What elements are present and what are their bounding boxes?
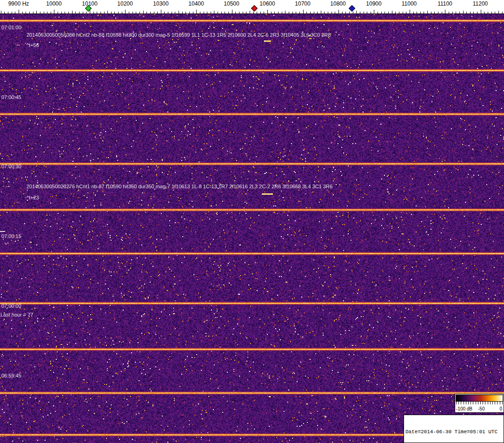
ruler-tick <box>299 12 300 13</box>
ruler-tick <box>349 12 350 13</box>
ruler-tick <box>342 12 343 13</box>
ruler-tick <box>207 12 207 13</box>
ruler-tick <box>19 10 19 13</box>
ruler-tick <box>54 10 54 13</box>
ruler-tick <box>353 12 353 13</box>
ruler-tick <box>225 12 225 13</box>
freq-label: 10500 <box>224 0 239 7</box>
ruler-tick <box>452 12 453 13</box>
ruler-tick <box>296 12 296 13</box>
ruler-tick <box>75 12 76 13</box>
ruler-tick <box>271 12 272 13</box>
ruler-tick <box>338 10 339 13</box>
info-date-line: Date=2014-06-30 Time=05:01 UTC <box>405 429 502 435</box>
ruler-tick <box>58 12 58 13</box>
ruler-tick <box>72 11 73 13</box>
ruler-tick <box>172 12 172 13</box>
freq-label: 11000 <box>402 0 417 7</box>
ruler-tick <box>495 12 495 13</box>
ruler-tick <box>161 10 161 13</box>
ruler-tick <box>196 10 197 13</box>
ruler-tick <box>253 12 254 13</box>
ruler-tick <box>306 12 307 13</box>
ruler-tick <box>332 12 332 13</box>
ruler-tick <box>15 12 15 13</box>
ruler-tick <box>449 12 449 13</box>
ruler-tick <box>321 11 321 13</box>
ruler-tick <box>228 12 229 13</box>
ruler-tick <box>33 12 33 13</box>
ruler-tick <box>477 12 477 13</box>
freq-label: 10200 <box>117 0 133 7</box>
ruler-tick <box>97 12 97 13</box>
ruler-tick <box>470 12 471 13</box>
ruler-tick <box>502 12 503 13</box>
scale-label-mid: -50 <box>478 406 484 411</box>
ruler-tick <box>182 12 183 13</box>
ruler-tick <box>378 12 378 13</box>
ruler-tick <box>136 12 136 13</box>
ruler-tick <box>360 12 360 13</box>
ruler-tick <box>438 12 438 13</box>
marker-red-diamond-icon[interactable] <box>251 5 258 12</box>
ruler-tick <box>235 12 236 13</box>
db-color-scale: -100 dB -50 0 <box>455 394 504 413</box>
ruler-tick <box>26 12 26 13</box>
detection-annotation: 20140630050056080 hCnt2 nb-88 f10598 hit… <box>27 32 331 38</box>
detection-annotation: ^t+56 <box>27 42 39 48</box>
ruler-tick <box>86 12 86 13</box>
ruler-tick <box>204 12 204 13</box>
marker-blue-diamond-icon[interactable] <box>349 5 355 12</box>
ruler-tick <box>356 11 357 13</box>
detection-annotation: ^t+23 <box>27 195 39 201</box>
ruler-tick <box>260 12 261 13</box>
ruler-tick <box>267 10 268 13</box>
ruler-tick <box>47 12 47 13</box>
frequency-ruler: 9900 Hz100001010010200103001040010500106… <box>0 0 504 14</box>
ruler-tick <box>371 12 371 13</box>
ruler-tick <box>40 12 40 13</box>
ruler-tick <box>392 11 392 13</box>
ruler-tick <box>239 12 239 13</box>
ruler-tick <box>466 12 467 13</box>
ruler-tick <box>107 11 108 13</box>
ruler-tick <box>395 12 396 13</box>
ruler-tick <box>317 12 318 13</box>
ruler-tick <box>410 10 410 13</box>
ruler-tick <box>214 11 214 13</box>
ruler-tick <box>118 12 119 13</box>
ruler-tick <box>374 10 374 13</box>
ruler-tick <box>456 12 456 13</box>
ruler-tick <box>90 10 90 13</box>
ruler-tick <box>314 12 314 13</box>
ruler-tick <box>218 12 218 13</box>
ruler-tick <box>278 12 279 13</box>
ruler-tick <box>111 12 112 13</box>
ruler-tick <box>473 12 474 13</box>
ruler-tick <box>186 12 186 13</box>
ruler-tick <box>68 12 69 13</box>
ruler-tick <box>200 12 200 13</box>
ruler-tick <box>310 12 311 13</box>
time-label: 07:01:00 <box>1 25 21 31</box>
freq-label: 10300 <box>153 0 168 7</box>
ruler-tick <box>221 12 222 13</box>
ruler-tick <box>442 12 442 13</box>
ruler-tick <box>246 12 246 13</box>
ruler-tick <box>114 12 115 13</box>
status-info-box: Date=2014-06-30 Time=05:01 UTC Freq=143 … <box>404 415 504 443</box>
ruler-tick <box>232 10 232 13</box>
ruler-tick <box>481 10 481 13</box>
time-label: 07:00:00 <box>1 303 21 309</box>
ruler-tick <box>146 12 147 13</box>
ruler-tick <box>122 12 122 13</box>
ruler-tick <box>399 12 399 13</box>
ruler-tick <box>104 12 105 13</box>
time-label: 07:00:30 <box>1 164 21 170</box>
detection-annotation: 20140630050023276 hCnt1 nb-87 f10590 hit… <box>27 184 332 190</box>
ruler-tick <box>484 12 484 13</box>
ruler-tick <box>364 12 364 13</box>
ruler-tick <box>164 12 165 13</box>
ruler-tick <box>381 12 382 13</box>
color-gradient-bar <box>456 395 503 402</box>
